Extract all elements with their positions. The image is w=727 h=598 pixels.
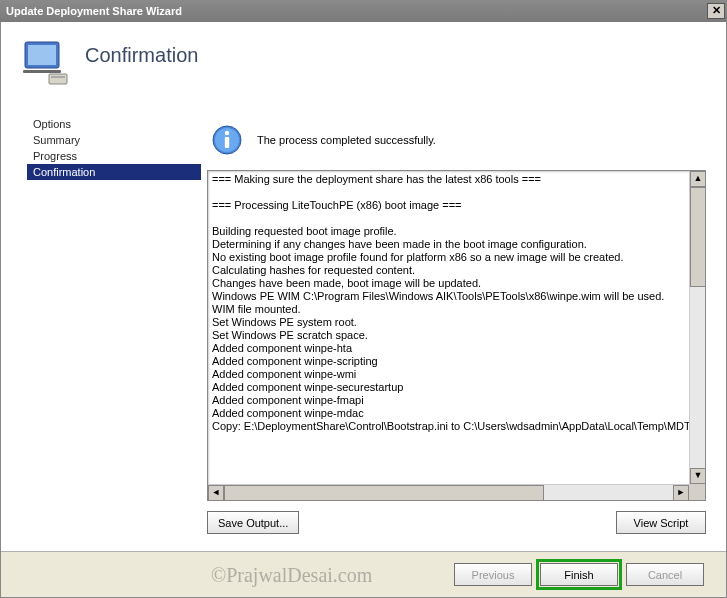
- log-output: === Making sure the deployment share has…: [207, 170, 706, 501]
- svg-rect-3: [49, 74, 67, 84]
- previous-button: Previous: [454, 563, 532, 586]
- svg-rect-2: [23, 70, 61, 73]
- cancel-button: Cancel: [626, 563, 704, 586]
- sidebar-item-options[interactable]: Options: [27, 116, 201, 132]
- horizontal-scrollbar[interactable]: ◄ ►: [208, 484, 689, 500]
- wizard-body: Confirmation Options Summary Progress Co…: [0, 22, 727, 598]
- close-icon[interactable]: ✕: [707, 3, 725, 19]
- finish-button[interactable]: Finish: [540, 563, 618, 586]
- sidebar: Options Summary Progress Confirmation: [1, 102, 201, 534]
- footer: Previous Finish Cancel: [1, 551, 726, 597]
- scroll-down-icon[interactable]: ▼: [690, 468, 706, 484]
- scroll-left-icon[interactable]: ◄: [208, 485, 224, 501]
- view-script-button[interactable]: View Script: [616, 511, 706, 534]
- scroll-right-icon[interactable]: ►: [673, 485, 689, 501]
- sidebar-item-progress[interactable]: Progress: [27, 148, 201, 164]
- scroll-thumb-h[interactable]: [224, 485, 544, 501]
- scroll-up-icon[interactable]: ▲: [690, 171, 706, 187]
- main-panel: The process completed successfully. === …: [201, 102, 726, 534]
- header: Confirmation: [1, 22, 726, 102]
- info-icon: [211, 124, 243, 156]
- save-output-button[interactable]: Save Output...: [207, 511, 299, 534]
- svg-rect-4: [51, 76, 65, 78]
- sidebar-item-confirmation[interactable]: Confirmation: [27, 164, 201, 180]
- titlebar: Update Deployment Share Wizard ✕: [0, 0, 727, 22]
- computer-icon: [21, 38, 69, 86]
- log-text: === Making sure the deployment share has…: [208, 171, 705, 484]
- svg-rect-8: [225, 137, 229, 148]
- svg-rect-1: [28, 45, 56, 65]
- action-row: Save Output... View Script: [207, 501, 706, 534]
- vertical-scrollbar[interactable]: ▲ ▼: [689, 171, 705, 484]
- svg-point-7: [225, 131, 229, 135]
- status-row: The process completed successfully.: [207, 110, 706, 170]
- scroll-corner: [689, 484, 705, 500]
- page-title: Confirmation: [85, 44, 198, 67]
- scroll-thumb[interactable]: [690, 187, 706, 287]
- status-message: The process completed successfully.: [257, 134, 436, 146]
- window-title: Update Deployment Share Wizard: [6, 5, 182, 17]
- sidebar-item-summary[interactable]: Summary: [27, 132, 201, 148]
